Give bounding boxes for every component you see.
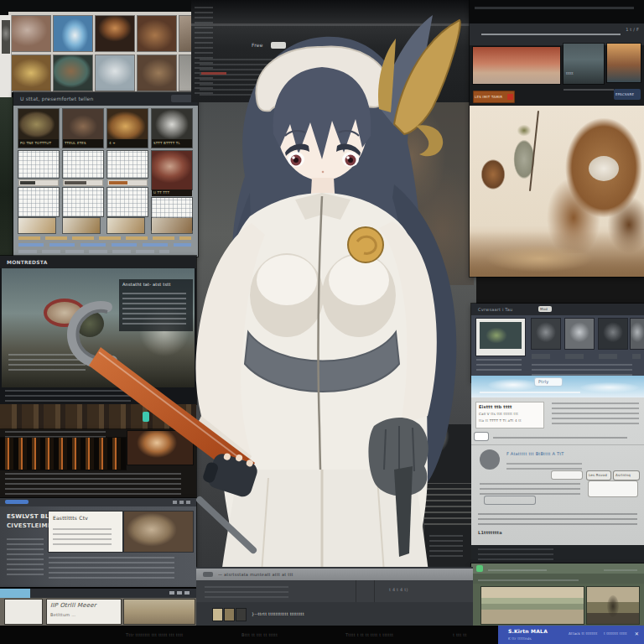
mammoth-watercolor [470,106,644,277]
file-thumb[interactable] [213,609,222,621]
taskbar-item[interactable]: Bttt tt ttt tt ttttt [242,632,278,637]
form-white-card[interactable]: Eisttt ttb tttt Call V tts ttlt tttttt t… [476,402,543,428]
form-toolbar-chip[interactable] [475,433,488,440]
blue-action-button[interactable]: EPACSSRE [614,89,641,100]
gallery-titlebar[interactable]: Cvrwsaart i Tau Mod [471,304,644,315]
form-button-1[interactable]: Les Rsvod [587,471,610,480]
square-thumb[interactable] [599,319,627,349]
catalog-caption: PO TNE TOTTTUT [18,139,59,148]
mini-thumb[interactable] [152,218,192,233]
console-status-text: — atsrtsstata munteatt attt at ttt [218,572,293,577]
fire-painting[interactable] [127,431,193,465]
graph-toolbar[interactable] [63,179,103,186]
taskbar-item[interactable]: Ttttt t tt tt tttt t tttttt [345,632,393,637]
painting-sunset-sea[interactable] [607,44,641,82]
green-header[interactable] [471,564,644,574]
thumbnail-painting[interactable] [12,55,50,91]
thumbnail-painting[interactable] [138,16,176,51]
bottom-taskbar: Tttr tttttttt ttt ttttt ttt tttt Bttt tt… [0,626,498,644]
window-controls[interactable] [173,501,191,504]
grid-window-tab[interactable]: U sttat, presemfortet tellen [20,96,94,101]
viewer-titlebar[interactable]: MONTREDSTA [0,256,196,268]
bezel-free-label[interactable]: Free [252,42,263,48]
form-boxed-link[interactable] [485,496,535,504]
mini-thumb[interactable] [18,218,55,233]
taskbar-item[interactable]: t ttt tt [453,632,467,637]
form-paragraph-right [552,402,639,424]
left-edge-card [0,15,12,97]
file-thumb[interactable] [236,609,246,621]
viewer-tab[interactable]: MONTREDSTA [7,259,47,265]
titlebar-blue-chip[interactable] [5,500,29,504]
ground-dust [470,231,644,277]
square-thumb[interactable] [631,319,644,349]
form-input-large[interactable] [589,481,637,496]
link-row[interactable] [18,243,191,247]
banner-label-chip[interactable]: Ptrly [535,378,562,386]
bezel-lower-rows [200,59,300,96]
painting-storm-sea[interactable]: ttttt [564,44,604,84]
orange-action-button[interactable]: LES IMIT TAMIR [473,91,515,103]
thumbnail-painting[interactable] [54,16,92,51]
progress-line[interactable] [481,34,621,35]
bird-creature [476,153,510,196]
note-titlebar[interactable] [0,589,196,598]
thumbnail-painting[interactable] [138,55,176,91]
framed-thumb[interactable] [476,319,525,356]
thumbnail-painting[interactable] [54,55,92,91]
form-bottom-paragraph [478,510,637,525]
file-thumb[interactable] [225,609,234,621]
taskbar-item[interactable]: Tttr tttttttt ttt ttttt ttt tttt [126,632,183,637]
form-input-small[interactable] [552,471,582,479]
bezel-search-box[interactable] [271,42,286,49]
green-toolbar[interactable] [471,574,644,584]
window-controls[interactable] [169,591,191,595]
v-separator [356,580,356,602]
form-button-2[interactable]: Asrlnlnq [614,471,639,480]
green-header-right [604,566,637,571]
thumbnail-painting[interactable] [96,16,134,51]
console-status-bar[interactable]: — atsrtsstata munteatt attt at ttt [196,569,473,580]
thumbnail-painting[interactable] [12,16,50,51]
teal-chip [143,412,149,422]
pale-landscape-thumb[interactable] [587,587,639,624]
sea-caption-rows [429,532,463,557]
catalog-caption-text: STTT BTTTT TL [152,139,192,145]
form-card-line1: Eisttt ttb tttt [479,404,512,409]
sepia-pano-image[interactable] [124,600,195,624]
marble-painting[interactable] [152,151,192,190]
storm-label: ttttt [566,71,574,75]
user-link[interactable]: F Atattttt ttt BtBtttt A TtT [506,451,564,456]
blue-bar-link-2[interactable]: t tttttttt ttttt [604,631,627,636]
user-avatar[interactable] [480,449,500,470]
blue-bar-link-1[interactable]: Attack tt tttttttt [569,631,598,636]
note-card-text[interactable]: IIP Otrlll Meeer Betlttum … [47,600,121,624]
sepia-banner-image[interactable] [124,512,193,552]
grid-window-tab-chip[interactable] [171,95,193,102]
gallery-search-chip[interactable]: Mod [538,306,552,312]
thumbnail-painting[interactable] [96,55,134,91]
graph-toolbar[interactable] [107,179,148,186]
pale-landscape-thumb[interactable] [481,587,584,624]
window-forum [0,429,196,498]
white-article-card[interactable]: Easttlttts Ctv [49,512,122,552]
form-divider [471,444,644,445]
note-card-small[interactable] [5,600,42,624]
square-thumb[interactable] [565,319,594,349]
streak-painting[interactable] [0,438,126,470]
card-titlebar[interactable] [0,498,196,506]
link-row[interactable] [18,236,191,240]
viewer-canvas: Anstatht tat- atst tstt [2,268,195,387]
blue-bar-close-icon[interactable]: ✕ [635,631,639,636]
browser-bezel [470,0,644,23]
link-row[interactable] [18,250,169,253]
mini-thumb[interactable] [107,218,144,233]
square-thumb[interactable] [532,319,560,349]
painting-red-sky[interactable] [473,47,560,84]
blue-bar-title: S.Kirtn MALA [508,628,548,634]
window-painting-browser: 1 t / F ttttt LES IMIT TAMIR EPACSSRE [470,0,644,277]
titlebar-cyan-chip[interactable] [0,589,30,598]
mini-thumb[interactable] [63,218,100,233]
thumb-buttons-row[interactable] [532,354,641,359]
graph-toolbar[interactable] [18,179,59,186]
